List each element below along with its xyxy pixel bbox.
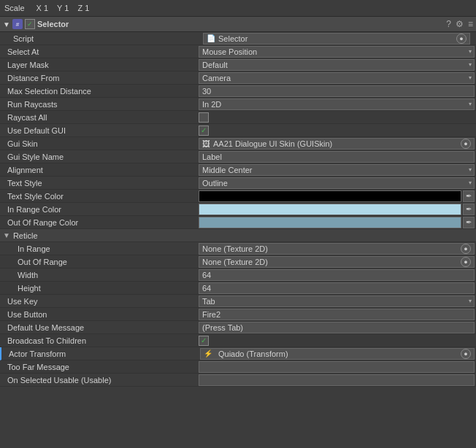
- scale-group: X 1 Y 1 Z 1: [37, 4, 90, 12]
- object-select-btn[interactable]: ●: [461, 244, 471, 254]
- chevron-down-icon: ▾: [469, 166, 472, 173]
- prop-label: Broadcast To Children: [0, 336, 197, 345]
- table-row: Height64: [0, 282, 476, 295]
- dropdown-field[interactable]: Outline▾: [199, 177, 475, 189]
- script-select-btn[interactable]: ●: [456, 34, 467, 44]
- prop-label: In Range Color: [0, 205, 197, 214]
- prop-value: 🖼 AA21 Dialogue UI Skin (GUISkin)●: [197, 137, 476, 150]
- prop-value: ✓: [197, 124, 476, 136]
- dropdown-field[interactable]: Middle Center▾: [199, 164, 475, 176]
- prop-label: Max Selection Distance: [0, 87, 197, 96]
- text-field[interactable]: [199, 374, 475, 386]
- component-header[interactable]: ▼ # ✓ Selector ? ⚙ ≡: [0, 16, 476, 32]
- prop-value: Camera▾: [197, 72, 476, 84]
- table-row: Run RaycastsIn 2D▾: [0, 98, 476, 111]
- chevron-down-icon: ▾: [469, 61, 472, 68]
- prop-label: Height: [0, 284, 197, 293]
- table-row: In Range Color✒: [0, 203, 476, 216]
- object-field[interactable]: None (Texture 2D)●: [199, 256, 475, 268]
- table-row: Actor Transform⚡Quiado (Transform)●: [0, 347, 476, 360]
- scale-y-val: 1: [64, 4, 69, 12]
- dropdown-field[interactable]: Camera▾: [199, 72, 475, 84]
- prop-label: On Selected Usable (Usable): [0, 376, 197, 385]
- color-swatch[interactable]: [199, 204, 461, 215]
- gui-skin-field[interactable]: 🖼 AA21 Dialogue UI Skin (GUISkin)●: [199, 138, 475, 150]
- prop-label: Layer Mask: [0, 61, 197, 69]
- table-row: Use Default GUI✓: [0, 124, 476, 137]
- checkbox-field[interactable]: ✓: [199, 125, 209, 136]
- transform-select-btn[interactable]: ●: [461, 349, 471, 359]
- object-field[interactable]: None (Texture 2D)●: [199, 243, 475, 255]
- table-row: Broadcast To Children✓: [0, 334, 476, 347]
- table-row: On Selected Usable (Usable): [0, 374, 476, 387]
- menu-icon[interactable]: ≡: [468, 19, 473, 29]
- table-row: Use KeyTab▾: [0, 295, 476, 308]
- prop-label: Alignment: [0, 166, 197, 174]
- help-icon[interactable]: ?: [446, 19, 451, 29]
- script-file-icon: 📄: [207, 34, 215, 42]
- prop-label: Text Style: [0, 179, 197, 188]
- prop-label: Gui Skin: [0, 139, 197, 148]
- reticle-arrow[interactable]: ▼: [3, 231, 10, 239]
- text-field[interactable]: 64: [199, 269, 475, 281]
- component-enabled-checkbox[interactable]: ✓: [25, 19, 35, 29]
- settings-icon[interactable]: ⚙: [456, 19, 464, 29]
- eyedropper-icon[interactable]: ✒: [463, 190, 475, 202]
- scale-y-axis: Y: [57, 4, 62, 12]
- prop-value: ✓: [197, 334, 476, 347]
- eyedropper-icon[interactable]: ✒: [463, 204, 475, 215]
- eyedropper-icon[interactable]: ✒: [463, 217, 475, 228]
- prop-label: Default Use Message: [0, 323, 197, 332]
- text-field[interactable]: [199, 361, 475, 373]
- script-row: Script 📄 Selector ●: [0, 32, 476, 45]
- table-row: Gui Style NameLabel: [0, 150, 476, 163]
- chevron-down-icon: ▾: [469, 48, 472, 55]
- text-field[interactable]: Label: [199, 151, 475, 163]
- prop-value: Default▾: [197, 58, 476, 71]
- table-row: Layer MaskDefault▾: [0, 58, 476, 72]
- reticle-list: In RangeNone (Texture 2D)●Out Of RangeNo…: [0, 242, 476, 295]
- transform-field[interactable]: ⚡Quiado (Transform)●: [200, 348, 475, 360]
- text-field[interactable]: Fire2: [199, 309, 475, 320]
- prop-value: ⚡Quiado (Transform)●: [199, 347, 476, 360]
- prop-value: None (Texture 2D)●: [197, 255, 476, 268]
- script-value: Selector: [218, 34, 247, 43]
- table-row: Text Style Color✒: [0, 190, 476, 203]
- table-row: Too Far Message: [0, 360, 476, 374]
- table-row: In RangeNone (Texture 2D)●: [0, 242, 476, 255]
- color-swatch[interactable]: [199, 190, 461, 202]
- component-header-icons: ? ⚙ ≡: [446, 19, 473, 29]
- prop-value: In 2D▾: [197, 98, 476, 110]
- text-field[interactable]: (Press Tab): [199, 322, 475, 333]
- scale-z-axis: Z: [77, 4, 82, 12]
- expand-arrow[interactable]: ▼: [3, 20, 10, 28]
- text-field[interactable]: 64: [199, 282, 475, 294]
- dropdown-field[interactable]: In 2D▾: [199, 99, 475, 110]
- dropdown-field[interactable]: Default▾: [199, 59, 475, 71]
- prop-label: Actor Transform: [1, 349, 199, 358]
- checkbox-field[interactable]: [199, 112, 209, 123]
- prop-label: Text Style Color: [0, 192, 197, 201]
- scale-z: Z 1: [77, 4, 89, 12]
- text-field[interactable]: 30: [199, 85, 475, 97]
- prop-label: Select At: [0, 47, 197, 56]
- prop-value: Label: [197, 150, 476, 163]
- prop-label: Out Of Range Color: [0, 218, 197, 227]
- scale-label: Scale: [4, 4, 25, 12]
- checkbox-field[interactable]: ✓: [199, 336, 209, 346]
- script-field[interactable]: 📄 Selector ●: [203, 33, 470, 45]
- object-select-btn[interactable]: ●: [461, 139, 471, 149]
- scale-x: X 1: [37, 4, 48, 12]
- prop-value: 30: [197, 85, 476, 97]
- dropdown-field[interactable]: Mouse Position▾: [199, 46, 475, 58]
- table-row: Distance FromCamera▾: [0, 72, 476, 85]
- object-select-btn[interactable]: ●: [461, 257, 471, 267]
- dropdown-field[interactable]: Tab▾: [199, 296, 475, 307]
- table-row: Width64: [0, 269, 476, 282]
- reticle-section-header[interactable]: ▼ Reticle: [0, 229, 476, 242]
- prop-value: None (Texture 2D)●: [197, 242, 476, 255]
- color-swatch[interactable]: [199, 217, 461, 228]
- table-row: Text StyleOutline▾: [0, 177, 476, 190]
- prop-value: 64: [197, 269, 476, 281]
- prop-label: Use Default GUI: [0, 126, 197, 135]
